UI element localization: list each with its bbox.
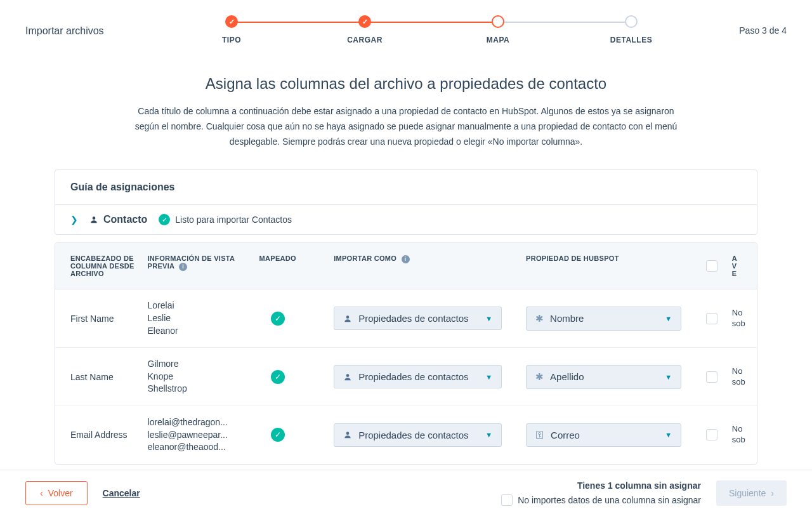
import-as-value: Propiedades de contactos [358,430,468,440]
th-preview-text: INFORMACIÓN DE VISTA PREVIA [148,255,235,270]
person-icon [89,215,98,224]
person-icon [343,314,352,323]
preview-value: eleanor@theaood... [148,441,249,454]
step-tipo: TIPO [165,15,298,44]
th-import-as: IMPORTAR COMO i [329,255,521,277]
preview-value: Shellstrop [148,383,249,395]
row-property: ✱ Nombre ▼ [521,307,700,331]
row-property: ⚿ Correo ▼ [521,423,700,447]
property-value: Correo [551,430,580,440]
row-checkbox[interactable] [706,429,717,440]
row-mapped: ✓ [254,428,329,442]
th-import-as-text: IMPORTAR COMO [334,255,396,262]
row-truncated: No sob [732,424,757,446]
mapped-check-icon: ✓ [271,370,285,384]
footer-right: Tienes 1 columna sin asignar No importes… [501,480,787,506]
chevron-down-icon: ▼ [485,431,492,439]
stepper: TIPO CARGAR MAPA DETALLES [152,15,710,44]
property-value: Apellido [550,371,584,382]
step-cargar: CARGAR [298,15,431,44]
row-import-as: Propiedades de contactos ▼ [329,423,521,447]
th-select-all [701,255,732,277]
step-circle-pending-icon [625,15,638,28]
chevron-down-icon: ▼ [665,373,672,381]
step-label: TIPO [222,36,241,44]
row-preview: lorelai@thedragon...leslie@pawneepar...e… [143,416,254,454]
row-property: ✱ Apellido ▼ [521,365,700,389]
step-line [232,22,365,23]
chevron-down-icon: ▼ [665,431,672,439]
import-as-dropdown[interactable]: Propiedades de contactos ▼ [334,307,502,330]
next-button[interactable]: Siguiente › [716,480,787,506]
mapped-check-icon: ✓ [271,428,285,442]
row-checkbox-cell [701,429,732,440]
table-row: Email Address lorelai@thedragon...leslie… [55,406,757,464]
row-truncated: No sob [732,366,757,388]
preview-value: Leslie [148,312,249,325]
check-circle-icon: ✓ [159,214,170,225]
footer-left: ‹ Volver Cancelar [25,481,140,505]
row-checkbox[interactable] [706,371,717,383]
info-icon[interactable]: i [179,263,187,271]
row-import-as: Propiedades de contactos ▼ [329,365,521,388]
chevron-down-icon: ▼ [485,315,492,322]
import-as-dropdown[interactable]: Propiedades de contactos ▼ [334,365,502,388]
preview-value: Knope [148,371,249,383]
mapping-table: ENCABEZADO DE COLUMNA DESDE ARCHIVO INFO… [55,242,757,464]
skip-unmapped-label: No importes datos de una columna sin asi… [518,495,701,505]
panel-title: Guía de asignaciones [70,182,742,193]
info-icon[interactable]: i [402,255,410,263]
step-mapa: MAPA [431,15,565,44]
chevron-right-icon: › [771,488,774,498]
step-circle-done-icon [225,15,238,28]
row-column-header: Last Name [55,372,143,382]
cancel-link[interactable]: Cancelar [103,488,140,498]
step-circle-current-icon [492,15,504,28]
preview-value: lorelai@thedragon... [148,416,249,429]
asterisk-icon: ✱ [535,371,544,383]
th-property: PROPIEDAD DE HUBSPOT [521,255,700,277]
select-all-checkbox[interactable] [706,260,717,272]
row-column-header: Email Address [55,430,143,440]
trunc-line: sob [732,435,752,446]
preview-value: Lorelai [148,300,249,312]
row-preview: GilmoreKnopeShellstrop [143,358,254,395]
trunc-line: No [732,424,752,435]
back-button[interactable]: ‹ Volver [25,481,88,505]
person-icon [343,430,352,439]
preview-value: leslie@pawneepar... [148,429,249,442]
step-line [365,22,498,23]
step-circle-done-icon [358,15,371,28]
trunc-line: No [732,366,752,377]
step-line [498,22,631,23]
property-dropdown[interactable]: ⚿ Correo ▼ [526,423,681,447]
mapped-check-icon: ✓ [271,312,285,326]
mapping-guide-panel: Guía de asignaciones ❯ Contacto ✓ Listo … [55,169,757,235]
skip-unmapped-checkbox[interactable] [501,494,513,506]
page-description: Cada título de columna a continuación de… [133,104,679,149]
property-dropdown[interactable]: ✱ Nombre ▼ [526,307,681,331]
th-truncated: A V E [732,255,757,277]
row-checkbox[interactable] [706,313,717,324]
person-icon [343,373,352,381]
svg-point-3 [346,432,350,435]
row-mapped: ✓ [254,312,329,326]
table-row: First Name LorelaiLeslieEleanor ✓ Propie… [55,289,757,348]
row-preview: LorelaiLeslieEleanor [143,300,254,337]
step-label: MAPA [487,36,509,44]
trunc-line: sob [732,319,752,329]
footer-bar: ‹ Volver Cancelar Tienes 1 columna sin a… [0,470,812,516]
ready-status: ✓ Listo para importar Contactos [159,214,292,225]
table-row: Last Name GilmoreKnopeShellstrop ✓ Propi… [55,348,757,406]
import-as-dropdown[interactable]: Propiedades de contactos ▼ [334,423,502,447]
step-detalles: DETALLES [565,15,698,44]
next-button-label: Siguiente [729,488,766,498]
panel-sub: ❯ Contacto ✓ Listo para importar Contact… [55,205,757,234]
expand-caret-icon[interactable]: ❯ [70,215,78,225]
property-dropdown[interactable]: ✱ Apellido ▼ [526,365,681,389]
page-header: Importar archivos TIPO CARGAR MAPA DETAL… [0,0,812,44]
step-label: DETALLES [610,36,652,44]
row-truncated: No sob [732,308,757,329]
asterisk-icon: ✱ [535,313,544,324]
table-header-row: ENCABEZADO DE COLUMNA DESDE ARCHIVO INFO… [55,243,757,289]
